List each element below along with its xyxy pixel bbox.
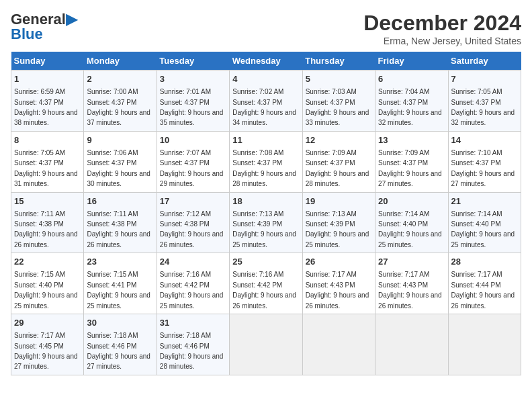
day-info: Sunrise: 7:13 AMSunset: 4:39 PMDaylight:… (306, 210, 369, 248)
day-info: Sunrise: 7:05 AMSunset: 4:37 PMDaylight:… (14, 149, 78, 187)
day-number: 14 (451, 134, 518, 146)
day-info: Sunrise: 7:16 AMSunset: 4:42 PMDaylight:… (160, 271, 224, 309)
calendar-cell: 2Sunrise: 7:00 AMSunset: 4:37 PMDaylight… (84, 71, 157, 132)
calendar-table: SundayMondayTuesdayWednesdayThursdayFrid… (11, 52, 521, 375)
calendar-cell (375, 314, 448, 375)
calendar-cell: 27Sunrise: 7:17 AMSunset: 4:43 PMDayligh… (375, 253, 448, 314)
day-info: Sunrise: 7:08 AMSunset: 4:37 PMDaylight:… (232, 149, 296, 187)
calendar-cell: 3Sunrise: 7:01 AMSunset: 4:37 PMDaylight… (157, 71, 229, 132)
day-info: Sunrise: 7:18 AMSunset: 4:46 PMDaylight:… (160, 332, 224, 370)
col-header-wednesday: Wednesday (230, 52, 302, 71)
day-number: 26 (306, 256, 372, 268)
col-header-saturday: Saturday (448, 52, 521, 71)
day-info: Sunrise: 7:17 AMSunset: 4:45 PMDaylight:… (14, 332, 78, 370)
day-number: 4 (232, 73, 299, 85)
calendar-week-5: 29Sunrise: 7:17 AMSunset: 4:45 PMDayligh… (11, 314, 521, 375)
calendar-cell: 13Sunrise: 7:09 AMSunset: 4:37 PMDayligh… (375, 131, 448, 192)
calendar-cell: 14Sunrise: 7:10 AMSunset: 4:37 PMDayligh… (448, 131, 521, 192)
day-number: 5 (306, 73, 372, 85)
calendar-cell: 19Sunrise: 7:13 AMSunset: 4:39 PMDayligh… (302, 192, 375, 253)
day-number: 15 (14, 195, 81, 208)
day-number: 1 (14, 73, 81, 85)
title-area: December 2024 Erma, New Jersey, United S… (363, 11, 521, 46)
calendar-cell (230, 314, 302, 375)
day-number: 17 (160, 195, 226, 208)
day-info: Sunrise: 7:17 AMSunset: 4:43 PMDaylight:… (306, 271, 369, 309)
day-number: 10 (160, 134, 226, 146)
col-header-friday: Friday (375, 52, 448, 71)
day-info: Sunrise: 7:14 AMSunset: 4:40 PMDaylight:… (378, 210, 442, 248)
logo-blue: Blue (11, 26, 43, 43)
calendar-cell: 24Sunrise: 7:16 AMSunset: 4:42 PMDayligh… (157, 253, 229, 314)
day-info: Sunrise: 7:11 AMSunset: 4:38 PMDaylight:… (14, 210, 78, 248)
day-number: 12 (306, 134, 372, 146)
calendar-cell: 25Sunrise: 7:16 AMSunset: 4:42 PMDayligh… (230, 253, 302, 314)
day-number: 30 (87, 317, 153, 329)
day-info: Sunrise: 7:07 AMSunset: 4:37 PMDaylight:… (160, 149, 224, 187)
col-header-thursday: Thursday (302, 52, 375, 71)
calendar-cell: 10Sunrise: 7:07 AMSunset: 4:37 PMDayligh… (157, 131, 229, 192)
col-header-monday: Monday (84, 52, 157, 71)
calendar-cell: 26Sunrise: 7:17 AMSunset: 4:43 PMDayligh… (302, 253, 375, 314)
calendar-cell: 15Sunrise: 7:11 AMSunset: 4:38 PMDayligh… (11, 192, 84, 253)
calendar-cell: 23Sunrise: 7:15 AMSunset: 4:41 PMDayligh… (84, 253, 157, 314)
calendar-cell: 17Sunrise: 7:12 AMSunset: 4:38 PMDayligh… (157, 192, 229, 253)
day-number: 13 (378, 134, 445, 146)
calendar-cell: 5Sunrise: 7:03 AMSunset: 4:37 PMDaylight… (302, 71, 375, 132)
day-number: 2 (87, 73, 153, 85)
day-info: Sunrise: 7:16 AMSunset: 4:42 PMDaylight:… (232, 271, 296, 309)
day-number: 19 (306, 195, 372, 208)
day-info: Sunrise: 7:17 AMSunset: 4:43 PMDaylight:… (378, 271, 442, 309)
calendar-week-2: 8Sunrise: 7:05 AMSunset: 4:37 PMDaylight… (11, 131, 521, 192)
calendar-cell: 29Sunrise: 7:17 AMSunset: 4:45 PMDayligh… (11, 314, 84, 375)
calendar-body: 1Sunrise: 6:59 AMSunset: 4:37 PMDaylight… (11, 71, 521, 375)
calendar-header-row: SundayMondayTuesdayWednesdayThursdayFrid… (11, 52, 521, 71)
calendar-cell: 4Sunrise: 7:02 AMSunset: 4:37 PMDaylight… (230, 71, 302, 132)
header: General▶ Blue December 2024 Erma, New Je… (11, 11, 521, 46)
calendar-cell: 21Sunrise: 7:14 AMSunset: 4:40 PMDayligh… (448, 192, 521, 253)
day-info: Sunrise: 7:01 AMSunset: 4:37 PMDaylight:… (160, 88, 224, 126)
day-number: 25 (232, 256, 299, 268)
day-number: 11 (232, 134, 299, 146)
day-number: 29 (14, 317, 81, 329)
calendar-cell: 7Sunrise: 7:05 AMSunset: 4:37 PMDaylight… (448, 71, 521, 132)
calendar-cell (302, 314, 375, 375)
day-info: Sunrise: 6:59 AMSunset: 4:37 PMDaylight:… (14, 88, 78, 126)
calendar-week-4: 22Sunrise: 7:15 AMSunset: 4:40 PMDayligh… (11, 253, 521, 314)
day-info: Sunrise: 7:18 AMSunset: 4:46 PMDaylight:… (87, 332, 150, 370)
day-info: Sunrise: 7:15 AMSunset: 4:41 PMDaylight:… (87, 271, 150, 309)
calendar-cell: 16Sunrise: 7:11 AMSunset: 4:38 PMDayligh… (84, 192, 157, 253)
day-info: Sunrise: 7:04 AMSunset: 4:37 PMDaylight:… (378, 88, 442, 126)
day-info: Sunrise: 7:17 AMSunset: 4:44 PMDaylight:… (451, 271, 515, 309)
calendar-week-3: 15Sunrise: 7:11 AMSunset: 4:38 PMDayligh… (11, 192, 521, 253)
day-info: Sunrise: 7:05 AMSunset: 4:37 PMDaylight:… (451, 88, 515, 126)
day-number: 23 (87, 256, 153, 268)
calendar-cell: 6Sunrise: 7:04 AMSunset: 4:37 PMDaylight… (375, 71, 448, 132)
day-info: Sunrise: 7:11 AMSunset: 4:38 PMDaylight:… (87, 210, 150, 248)
day-number: 6 (378, 73, 445, 85)
day-info: Sunrise: 7:15 AMSunset: 4:40 PMDaylight:… (14, 271, 78, 309)
main-title: December 2024 (363, 11, 521, 36)
day-info: Sunrise: 7:14 AMSunset: 4:40 PMDaylight:… (451, 210, 515, 248)
day-number: 8 (14, 134, 81, 146)
calendar-cell: 22Sunrise: 7:15 AMSunset: 4:40 PMDayligh… (11, 253, 84, 314)
day-number: 3 (160, 73, 226, 85)
day-info: Sunrise: 7:02 AMSunset: 4:37 PMDaylight:… (232, 88, 296, 126)
day-number: 31 (160, 317, 226, 329)
day-number: 9 (87, 134, 153, 146)
calendar-week-1: 1Sunrise: 6:59 AMSunset: 4:37 PMDaylight… (11, 71, 521, 132)
calendar-cell: 20Sunrise: 7:14 AMSunset: 4:40 PMDayligh… (375, 192, 448, 253)
calendar-cell: 11Sunrise: 7:08 AMSunset: 4:37 PMDayligh… (230, 131, 302, 192)
day-number: 18 (232, 195, 299, 208)
calendar-cell: 12Sunrise: 7:09 AMSunset: 4:37 PMDayligh… (302, 131, 375, 192)
day-number: 7 (451, 73, 518, 85)
calendar-cell: 28Sunrise: 7:17 AMSunset: 4:44 PMDayligh… (448, 253, 521, 314)
day-number: 27 (378, 256, 445, 268)
day-info: Sunrise: 7:03 AMSunset: 4:37 PMDaylight:… (306, 88, 369, 126)
calendar-cell: 31Sunrise: 7:18 AMSunset: 4:46 PMDayligh… (157, 314, 229, 375)
calendar-cell: 18Sunrise: 7:13 AMSunset: 4:39 PMDayligh… (230, 192, 302, 253)
day-info: Sunrise: 7:09 AMSunset: 4:37 PMDaylight:… (306, 149, 369, 187)
day-number: 28 (451, 256, 518, 268)
col-header-sunday: Sunday (11, 52, 84, 71)
day-number: 24 (160, 256, 226, 268)
